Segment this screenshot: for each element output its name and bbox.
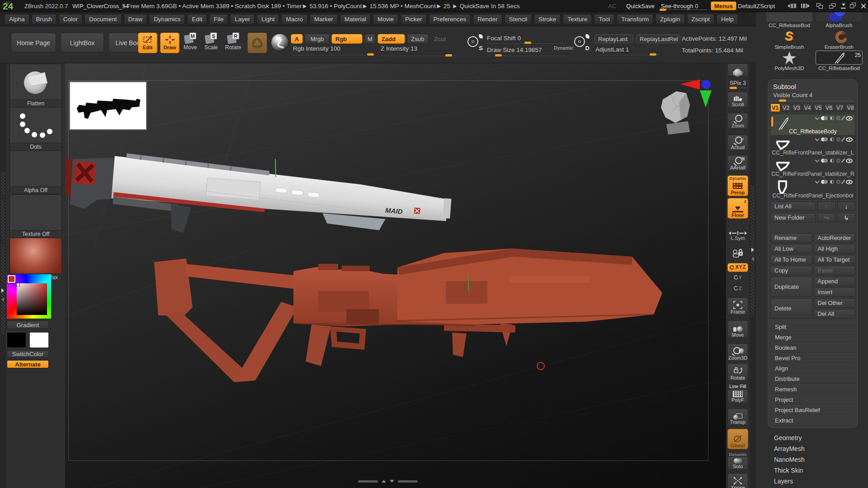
menu-transform[interactable]: Transform [617,14,653,24]
aahalf-button[interactable]: AAHalf [727,155,748,171]
menu-tool[interactable]: Tool [594,14,614,24]
merge-button[interactable]: Merge [770,332,855,343]
list-all-button[interactable]: List All [770,202,816,211]
move-into-folder-button[interactable]: ↳ [837,213,855,222]
canvas-scrollbar[interactable] [358,480,418,483]
gizmo-z-axis-dot[interactable] [702,80,711,89]
menu-material[interactable]: Material [340,14,371,24]
cascade-right-icon[interactable] [829,3,837,9]
frame-button[interactable]: Frame [727,297,748,315]
remesh-button[interactable]: Remesh [770,384,855,394]
see-through-slider-label[interactable]: See-through 0 [661,0,698,12]
lightbox-button[interactable]: LightBox [61,33,104,52]
append-button[interactable]: Append [814,277,856,286]
auto-reorder-button[interactable]: AutoReorder [814,233,856,243]
move-up-button[interactable]: ↑ [817,202,835,211]
m-toggle[interactable]: M [364,34,376,44]
menus-button[interactable]: Menus [711,1,736,10]
move-mode-button[interactable]: M Move [184,33,197,51]
rgb-intensity-track[interactable] [293,54,375,55]
current-stroke-button[interactable]: Dots [9,107,62,151]
mrgb-toggle[interactable]: Mrgb [305,34,330,44]
subtool-toggles[interactable] [816,158,853,163]
section-arraymesh[interactable]: ArrayMesh [774,445,805,452]
zcut-toggle[interactable]: Zcut [434,36,446,42]
visible-count-handle[interactable] [779,99,786,102]
all-to-home-button[interactable]: All To Home [770,255,812,264]
restore-button[interactable] [850,3,857,9]
rotate-mode-button[interactable]: R Rotate [225,33,241,51]
split-button[interactable]: Split [770,322,855,332]
rotate-z-button[interactable]: Z [727,286,748,291]
paint-all-toggle[interactable]: A [291,34,303,44]
section-thickskin[interactable]: Thick Skin [774,467,803,474]
menu-document[interactable]: Document [85,14,122,24]
tab-v7[interactable]: V7 [835,103,845,112]
tab-v3[interactable]: V3 [792,103,802,112]
zoom-button[interactable]: Zoom [727,113,748,129]
align-button[interactable]: Align [770,363,855,374]
project-button[interactable]: Project [770,394,855,405]
scale-mode-button[interactable]: S Scale [204,33,218,51]
see-through-handle[interactable] [660,9,666,11]
tool-thumb-polymesh3d[interactable] [766,51,813,65]
current-alpha-button[interactable]: Alpha Off [9,150,62,194]
menu-preferences[interactable]: Preferences [429,14,471,24]
rotate-xyz-button[interactable]: XYZ [727,263,748,272]
menu-dynamics[interactable]: Dynamics [149,14,185,24]
subtool-toggles[interactable] [816,137,853,142]
menu-file[interactable]: File [209,14,228,24]
menu-color[interactable]: Color [59,14,82,24]
color-picker[interactable] [7,274,51,319]
visible-count-slider-label[interactable]: Visible Count 4 [773,92,855,99]
menu-brush[interactable]: Brush [32,14,57,24]
visibility-eye-icon[interactable] [846,137,853,142]
lock-camera-button[interactable] [727,244,748,259]
zoom3d-button[interactable]: Zoom3D [727,343,748,361]
secondary-color-swatch[interactable] [29,332,49,348]
solo-button[interactable]: Solo [727,456,748,470]
menu-picker[interactable]: Picker [401,14,427,24]
visibility-eye-icon[interactable] [846,159,853,163]
edit-mode-button[interactable]: Edit [138,33,157,53]
left-tray-open-arrow[interactable] [1,288,4,293]
menu-zscript[interactable]: Zscript [687,14,715,24]
rgb-toggle[interactable]: Rgb [331,34,363,44]
current-material-button[interactable] [271,33,289,52]
menu-marker[interactable]: Marker [310,14,338,24]
all-to-target-button[interactable]: All To Target [814,255,856,264]
color-sv-square[interactable] [17,283,47,315]
copy-button[interactable]: Copy [770,266,812,275]
tab-v1[interactable]: V1 [770,103,780,112]
z-intensity-slider-label[interactable]: Z Intensity 13 [381,45,417,52]
move-down-button[interactable]: ↓ [837,202,855,211]
zsub-toggle[interactable]: Zsub [407,34,429,44]
scroll-left-handle[interactable] [358,480,378,483]
gizmo-x-axis-arrow[interactable] [680,80,700,89]
tool-thumb-riflebase-selected[interactable]: 25 [816,51,863,65]
switch-color-button[interactable]: SwitchColor [7,350,49,358]
current-texture-button[interactable]: Texture Off [9,194,62,238]
visible-count-track[interactable] [772,100,854,101]
draw-size-dynamic-label[interactable]: Dynamic [554,45,574,51]
xpose-button[interactable]: Xpose [727,473,748,488]
menu-edit[interactable]: Edit [187,14,207,24]
draw-size-handle[interactable] [495,54,502,56]
minimize-button[interactable] [840,3,847,9]
gizmo-y-axis-arrow[interactable] [700,90,712,108]
focal-shift-slider-label[interactable]: Focal Shift 0 [487,35,521,42]
quicksave-button[interactable]: QuickSave [626,0,655,12]
section-layers[interactable]: Layers [774,478,793,485]
subtool-item-stabilizer-r[interactable]: CC_RifleFrontPanel_stabilizer_R [771,157,855,178]
scroll-right-handle[interactable] [398,480,418,483]
menu-layer[interactable]: Layer [230,14,255,24]
left-tray-splitter[interactable] [0,63,6,488]
tab-v2[interactable]: V2 [781,103,791,112]
rgb-intensity-handle[interactable] [367,53,374,56]
polyframe-button[interactable]: PolyF [727,389,748,404]
menu-stencil[interactable]: Stencil [505,14,532,24]
menu-movie[interactable]: Movie [373,14,398,24]
z-intensity-handle[interactable] [445,54,452,56]
expand-tray-icon[interactable] [801,4,810,8]
new-folder-button[interactable]: New Folder [770,213,816,222]
